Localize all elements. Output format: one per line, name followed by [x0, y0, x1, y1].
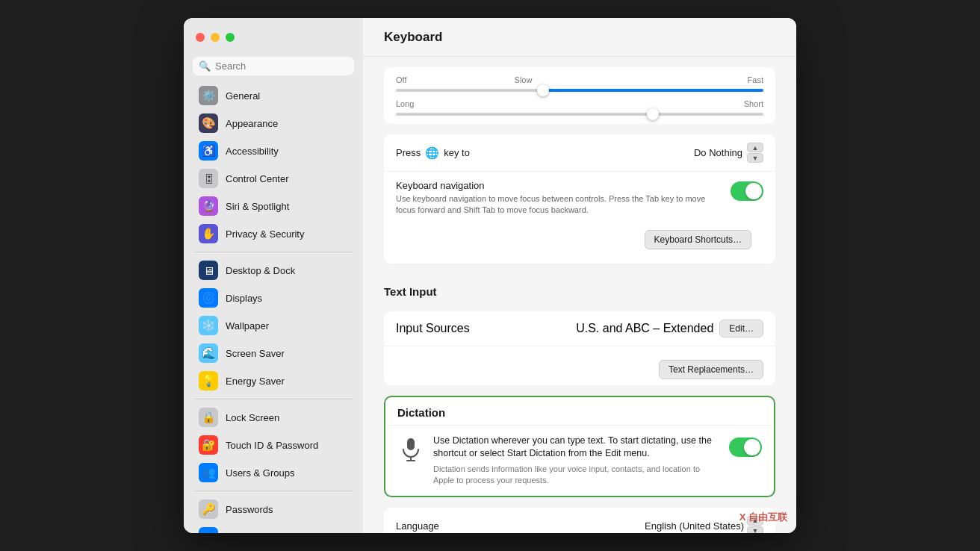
- maximize-button[interactable]: [226, 33, 235, 42]
- sidebar-item-screen-saver[interactable]: 🌊 Screen Saver: [188, 340, 359, 367]
- sidebar-item-appearance[interactable]: 🎨 Appearance: [188, 110, 359, 137]
- search-bar[interactable]: 🔍: [193, 57, 354, 75]
- titlebar: [184, 18, 363, 57]
- stepper-down[interactable]: ▼: [747, 153, 763, 163]
- close-button[interactable]: [196, 33, 205, 42]
- input-sources-label: Input Sources: [396, 322, 470, 335]
- internet-accounts-icon: @: [199, 527, 218, 533]
- press-text: Press: [396, 147, 421, 158]
- divider-3: [194, 491, 353, 491]
- minimize-button[interactable]: [211, 33, 220, 42]
- sidebar-item-accessibility[interactable]: ♿ Accessibility: [188, 137, 359, 164]
- sidebar-label-accessibility: Accessibility: [226, 146, 279, 157]
- key-repeat-thumb[interactable]: [537, 84, 549, 96]
- passwords-icon: 🔑: [199, 499, 218, 519]
- sidebar-item-general[interactable]: ⚙️ General: [188, 82, 359, 109]
- system-preferences-window: 🔍 ⚙️ General 🎨 Appearance ♿ Accessibilit…: [184, 18, 796, 533]
- bottom-sections: Language English (United States) ▲ ▼ Mic…: [384, 508, 775, 533]
- sidebar-label-screen-saver: Screen Saver: [226, 348, 285, 359]
- slider-row: Off Slow Fast Long Short: [384, 67, 775, 124]
- text-input-section: Text Input Input Sources U.S. and ABC – …: [384, 275, 775, 385]
- sidebar-label-energy-saver: Energy Saver: [226, 376, 285, 387]
- press-key-selected: Do Nothing: [694, 147, 742, 158]
- content-body: Off Slow Fast Long Short: [363, 67, 796, 533]
- displays-icon: 🌀: [199, 288, 218, 308]
- keyboard-nav-row: Keyboard navigation Use keyboard navigat…: [384, 172, 775, 264]
- siri-spotlight-icon: 🔮: [199, 196, 218, 216]
- sidebar-item-wallpaper[interactable]: ❄️ Wallpaper: [188, 312, 359, 339]
- delay-slider[interactable]: [396, 113, 763, 116]
- sidebar-label-appearance: Appearance: [226, 118, 278, 129]
- sidebar-item-siri-spotlight[interactable]: 🔮 Siri & Spotlight: [188, 193, 359, 220]
- language-value: English (United States): [645, 520, 744, 532]
- label-slow: Slow: [515, 75, 533, 84]
- sidebar-label-control-center: Control Center: [226, 173, 289, 184]
- label-fast: Fast: [748, 75, 763, 84]
- main-header: Keyboard: [363, 18, 796, 57]
- dictation-content: Use Dictation wherever you can type text…: [397, 435, 717, 487]
- sidebar-item-control-center[interactable]: 🎛 Control Center: [188, 165, 359, 192]
- sidebar-item-users-groups[interactable]: 👥 Users & Groups: [188, 459, 359, 486]
- language-stepper-down[interactable]: ▼: [747, 526, 763, 533]
- shortcuts-btn-row: Keyboard Shortcuts…: [396, 217, 763, 255]
- input-sources-row: Input Sources U.S. and ABC – Extended Ed…: [384, 311, 775, 346]
- keyboard-nav-desc: Use keyboard navigation to move focus be…: [396, 193, 710, 217]
- dictation-toggle[interactable]: [729, 438, 762, 457]
- delay-labels: Long Short: [396, 99, 763, 108]
- sidebar-item-passwords[interactable]: 🔑 Passwords: [188, 496, 359, 523]
- label-long: Long: [396, 99, 414, 108]
- sidebar-item-privacy-security[interactable]: ✋ Privacy & Security: [188, 220, 359, 247]
- touch-id-icon: 🔐: [199, 435, 218, 455]
- keyboard-nav-top: Keyboard navigation Use keyboard navigat…: [396, 180, 763, 217]
- sidebar-item-desktop-dock[interactable]: 🖥 Desktop & Dock: [188, 257, 359, 284]
- input-sources-value-group: U.S. and ABC – Extended Edit…: [576, 320, 763, 337]
- sidebar-label-touch-id: Touch ID & Password: [226, 440, 318, 451]
- sidebar-list: ⚙️ General 🎨 Appearance ♿ Accessibility …: [184, 81, 363, 533]
- search-input[interactable]: [215, 60, 348, 72]
- key-repeat-slider[interactable]: [396, 89, 763, 92]
- lock-screen-icon: 🔒: [199, 408, 218, 427]
- microphone-icon: [397, 436, 424, 463]
- sidebar-item-displays[interactable]: 🌀 Displays: [188, 284, 359, 311]
- sidebar-item-touch-id[interactable]: 🔐 Touch ID & Password: [188, 432, 359, 458]
- press-key-stepper[interactable]: ▲ ▼: [747, 143, 763, 163]
- svg-rect-0: [407, 438, 415, 450]
- delay-thumb[interactable]: [647, 108, 659, 120]
- keyboard-nav-text-block: Keyboard navigation Use keyboard navigat…: [396, 180, 710, 217]
- accessibility-icon: ♿: [199, 141, 218, 161]
- key-to-text: key to: [444, 147, 470, 158]
- control-center-icon: 🎛: [199, 169, 218, 188]
- keyboard-nav-toggle[interactable]: [731, 181, 763, 201]
- press-key-value: Do Nothing ▲ ▼: [694, 143, 763, 163]
- keyboard-nav-title: Keyboard navigation: [396, 180, 710, 191]
- press-key-label: Press 🌐 key to: [396, 146, 470, 160]
- press-key-row: Press 🌐 key to Do Nothing ▲ ▼: [384, 134, 775, 172]
- stepper-up[interactable]: ▲: [747, 143, 763, 152]
- sidebar-label-general: General: [226, 90, 260, 102]
- text-replacements-button[interactable]: Text Replacements…: [659, 360, 763, 379]
- sidebar-item-energy-saver[interactable]: 💡 Energy Saver: [188, 367, 359, 394]
- language-row: Language English (United States) ▲ ▼: [384, 508, 775, 533]
- keyboard-shortcuts-button[interactable]: Keyboard Shortcuts…: [645, 230, 751, 249]
- globe-icon: 🌐: [425, 146, 439, 160]
- text-input-title: Text Input: [384, 275, 775, 301]
- users-groups-icon: 👥: [199, 463, 218, 482]
- sidebar-item-lock-screen[interactable]: 🔒 Lock Screen: [188, 404, 359, 431]
- input-sources-edit-button[interactable]: Edit…: [719, 320, 763, 337]
- key-repeat-labels: Off Slow Fast: [396, 75, 763, 84]
- search-icon: 🔍: [199, 60, 211, 72]
- sidebar-label-users-groups: Users & Groups: [226, 467, 294, 479]
- screen-saver-icon: 🌊: [199, 343, 218, 363]
- energy-saver-icon: 💡: [199, 371, 218, 390]
- dictation-text-block: Use Dictation wherever you can type text…: [433, 435, 717, 487]
- dictation-row: Use Dictation wherever you can type text…: [385, 426, 774, 496]
- sidebar-label-lock-screen: Lock Screen: [226, 412, 279, 423]
- sidebar-item-internet-accounts[interactable]: @ Internet Accounts: [188, 523, 359, 533]
- slider-wrap: Off Slow Fast Long Short: [396, 75, 763, 116]
- watermark-text: X 自由互联: [739, 511, 787, 523]
- watermark: X 自由互联: [739, 510, 787, 524]
- page-title: Keyboard: [384, 30, 442, 45]
- sidebar-label-wallpaper: Wallpaper: [226, 320, 269, 331]
- label-off: Off: [396, 75, 406, 84]
- input-sources-value: U.S. and ABC – Extended: [576, 322, 713, 335]
